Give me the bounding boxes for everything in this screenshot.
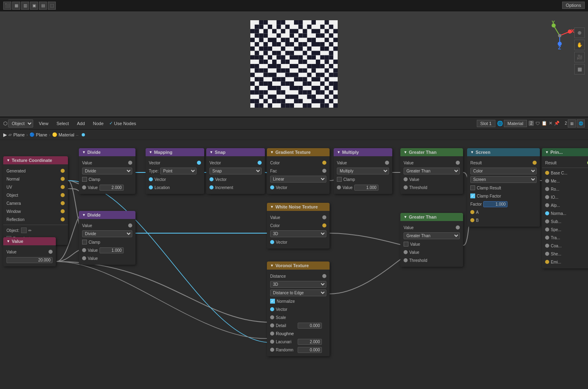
- hand-icon[interactable]: ✋: [574, 40, 585, 50]
- screen-b-socket[interactable]: [470, 218, 474, 222]
- x-icon[interactable]: ✕: [549, 121, 552, 126]
- texture-coordinate-header[interactable]: ▼ Texture Coordinate: [3, 156, 68, 164]
- princ-ior-socket[interactable]: [545, 195, 549, 199]
- screen-out-socket[interactable]: [533, 161, 537, 165]
- divide2-value-in-socket[interactable]: [82, 248, 86, 252]
- pin-icon[interactable]: 📌: [554, 121, 560, 126]
- node-menu[interactable]: Node: [91, 120, 106, 127]
- snap-vector-socket[interactable]: [209, 177, 214, 181]
- wn-value-socket[interactable]: [322, 215, 326, 219]
- shading-icon3[interactable]: ▣: [30, 2, 38, 10]
- object-picker[interactable]: [21, 227, 27, 233]
- divide1-clamp-cb[interactable]: [82, 177, 87, 182]
- snap-out-socket[interactable]: [258, 161, 262, 165]
- voronoi-detail-field[interactable]: [298, 323, 322, 329]
- options-button[interactable]: Options: [562, 2, 585, 9]
- voronoi-detail-socket[interactable]: [270, 323, 274, 327]
- shading-icon4[interactable]: ▤: [39, 2, 47, 10]
- princ-coa-socket[interactable]: [545, 244, 549, 248]
- multiply-value-socket[interactable]: [337, 185, 341, 189]
- snap-increment-socket[interactable]: [209, 185, 214, 189]
- multiply-header[interactable]: ▼ Multiply: [334, 148, 392, 156]
- gt2-value-socket[interactable]: [404, 250, 408, 254]
- camera-icon[interactable]: 🎥: [574, 52, 585, 62]
- screen-factor-field[interactable]: [483, 201, 508, 207]
- tc-camera-socket[interactable]: [61, 201, 65, 205]
- value-field[interactable]: [6, 257, 53, 263]
- layout-icon[interactable]: ⬛: [3, 2, 11, 10]
- shading-icon5[interactable]: ⬚: [48, 2, 56, 10]
- divide1-header[interactable]: ▼ Divide: [79, 148, 135, 156]
- breadcrumb-plane2[interactable]: Plane: [36, 132, 47, 137]
- mapping-out-socket[interactable]: [197, 161, 201, 165]
- snap-header[interactable]: ▼ Snap: [206, 148, 265, 156]
- tc-window-socket[interactable]: [61, 209, 65, 213]
- screen-a-socket[interactable]: [470, 210, 474, 214]
- divide1-out-socket[interactable]: [128, 161, 132, 165]
- divide1-mode-select[interactable]: Divide: [82, 168, 132, 174]
- gt1-value-socket[interactable]: [404, 177, 408, 181]
- voronoi-randomness-socket[interactable]: [270, 348, 274, 352]
- voronoi-dist-mode-select[interactable]: Distance to Edge: [270, 289, 326, 296]
- principled-header[interactable]: ▼ Prin...: [542, 148, 588, 156]
- gt2-clamp-cb[interactable]: [404, 242, 408, 247]
- use-nodes-toggle[interactable]: ✓ Use Nodes: [109, 121, 136, 126]
- voronoi-3d-select[interactable]: 3D: [270, 281, 326, 288]
- gt2-header[interactable]: ▼ Greater Than: [400, 213, 463, 221]
- multiply-value-field[interactable]: [354, 185, 379, 191]
- voronoi-vector-socket[interactable]: [270, 307, 274, 311]
- mapping-type-select[interactable]: Point: [160, 168, 197, 174]
- mapping-header[interactable]: ▼ Mapping: [146, 148, 204, 156]
- gt2-mode-select[interactable]: Greater Than: [404, 232, 460, 239]
- divide1-value-field[interactable]: [99, 185, 124, 191]
- grid-icon[interactable]: ▦: [574, 64, 585, 74]
- render-icon[interactable]: ▦: [568, 119, 576, 128]
- gradient-color-socket[interactable]: [322, 161, 326, 165]
- slot-selector[interactable]: Slot 1: [477, 120, 495, 127]
- wn-vector-socket[interactable]: [270, 240, 274, 244]
- gt1-threshold-socket[interactable]: [404, 185, 408, 189]
- gt1-header[interactable]: ▼ Greater Than: [400, 148, 463, 156]
- princ-emi-socket[interactable]: [545, 260, 549, 264]
- mapping-vector-socket[interactable]: [149, 177, 153, 181]
- gradient-vector-socket[interactable]: [270, 185, 274, 189]
- snap-mode-select[interactable]: Snap: [209, 168, 262, 174]
- divide2-value-field[interactable]: [99, 247, 124, 253]
- screen-blend-select[interactable]: Screen: [470, 176, 537, 183]
- value-header[interactable]: ▼ Value: [3, 237, 56, 245]
- value-output-socket[interactable]: [49, 250, 53, 254]
- tc-generated-socket[interactable]: [61, 169, 65, 173]
- princ-tra-socket[interactable]: [545, 236, 549, 240]
- screen-clamp-result-cb[interactable]: [470, 185, 475, 190]
- shading-icon1[interactable]: ▦: [12, 2, 20, 10]
- gt1-out-socket[interactable]: [456, 161, 460, 165]
- divide2-header[interactable]: ▼ Divide: [79, 211, 135, 219]
- tc-uv-socket[interactable]: [61, 185, 65, 189]
- voronoi-normalize-cb[interactable]: ✓: [270, 299, 275, 304]
- princ-alpha-socket[interactable]: [545, 203, 549, 207]
- multiply-out-socket[interactable]: [385, 161, 389, 165]
- divide2-clamp-cb[interactable]: [82, 240, 87, 244]
- view-menu[interactable]: View: [36, 120, 51, 127]
- add-menu[interactable]: Add: [74, 120, 87, 127]
- divide2-mode-select[interactable]: Divide: [82, 230, 132, 237]
- voronoi-lacunarity-field[interactable]: [298, 339, 322, 345]
- divide2-out-socket[interactable]: [128, 223, 132, 227]
- shading-icon2[interactable]: ▥: [21, 2, 29, 10]
- tc-normal-socket[interactable]: [61, 177, 65, 181]
- princ-roughness-socket[interactable]: [545, 187, 549, 191]
- mapping-location-socket[interactable]: [149, 185, 153, 189]
- shield-icon[interactable]: 🛡: [535, 121, 540, 126]
- multiply-clamp-cb[interactable]: [337, 177, 342, 182]
- cursor-icon[interactable]: ⊕: [574, 28, 585, 38]
- tc-reflection-socket[interactable]: [61, 217, 65, 221]
- gradient-fac-socket[interactable]: [322, 169, 326, 173]
- copy-icon[interactable]: 📋: [541, 121, 547, 126]
- princ-metallic-socket[interactable]: [545, 179, 549, 183]
- screen-color-select[interactable]: Color: [470, 168, 537, 174]
- divide1-value-in-socket[interactable]: [82, 185, 86, 189]
- world-icon[interactable]: 🌐: [577, 119, 585, 128]
- object-eyedrop[interactable]: ✏: [28, 228, 32, 233]
- gt2-out-socket[interactable]: [456, 225, 460, 230]
- voronoi-dist-socket[interactable]: [322, 274, 326, 278]
